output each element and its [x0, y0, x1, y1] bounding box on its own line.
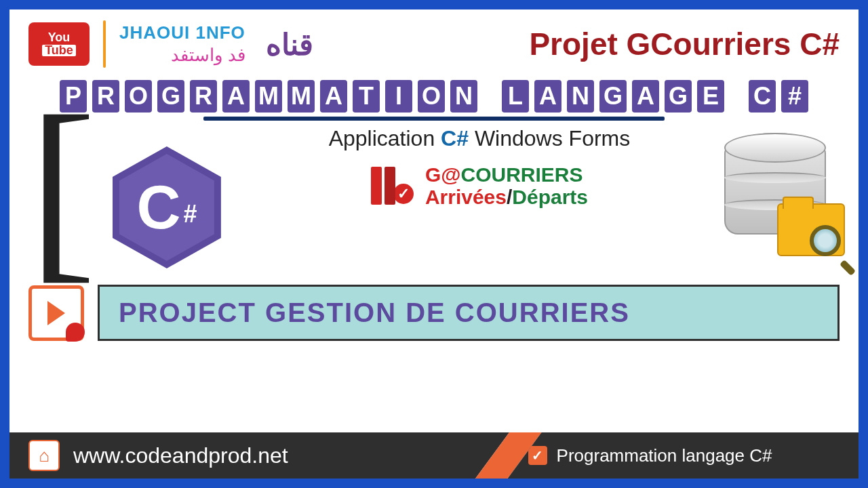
main-title: Projet GCourriers C# — [529, 26, 840, 62]
project-banner: PROJECT GESTION DE COURRIERS — [98, 285, 840, 341]
footer-right: ✓ Programmation langage C# — [508, 432, 859, 479]
books-check-icon: ✓ — [371, 165, 416, 206]
footer-left: ⌂ www.codeandprod.net — [9, 432, 509, 479]
letter-block: O — [418, 80, 445, 113]
letter-block: G — [665, 80, 692, 113]
footer-tag: Programmation langage C# — [557, 445, 772, 466]
cursor-hand-icon — [66, 323, 85, 342]
letter-block: M — [255, 80, 282, 113]
youtube-text-top: You — [48, 32, 71, 43]
letter-blocks-row: PROGRAMMATIONLANGAGEC# — [23, 80, 845, 113]
thumbnail-frame: You Tube JHAOUI 1NFO فد واستفد قناه Proj… — [0, 0, 868, 488]
letter-block: M — [288, 80, 315, 113]
banner-row: PROJECT GESTION DE COURRIERS — [28, 285, 840, 341]
letter-block: A — [320, 80, 347, 113]
arabic-channel-label: قناه — [266, 27, 313, 62]
gcourriers-block: ✓ G@COURRIERS Arrivées/Départs — [371, 163, 588, 208]
letter-block: A — [534, 80, 561, 113]
letter-block: T — [353, 80, 380, 113]
youtube-text-bottom: Tube — [42, 45, 76, 56]
vertical-divider — [103, 20, 106, 68]
database-search-icon — [724, 133, 840, 262]
brand-block: JHAOUI 1NFO فد واستفد — [119, 22, 245, 66]
header-row: You Tube JHAOUI 1NFO فد واستفد قناه Proj… — [9, 9, 859, 75]
youtube-icon: You Tube — [28, 22, 90, 66]
letter-block: A — [222, 80, 250, 113]
letter-block: R — [190, 80, 217, 113]
letter-block: I — [385, 80, 412, 113]
subtitle: Application C# Windows Forms — [329, 126, 631, 151]
letter-block: G — [157, 80, 184, 113]
website-url: www.codeandprod.net — [73, 443, 288, 468]
title-underline — [203, 117, 665, 121]
letter-block: # — [781, 80, 808, 113]
letter-block: O — [125, 80, 152, 113]
brand-arabic: فد واستفد — [119, 45, 245, 66]
letter-block: R — [92, 80, 119, 113]
letter-block: E — [697, 80, 724, 113]
brand-name: JHAOUI 1NFO — [119, 22, 245, 43]
home-icon: ⌂ — [28, 440, 60, 471]
checkbox-icon: ✓ — [528, 446, 547, 465]
letter-block — [483, 80, 496, 113]
csharp-logo-icon: C# — [113, 146, 235, 268]
center-column: Application C# Windows Forms ✓ G@COURRIE… — [251, 126, 708, 208]
letter-block: N — [567, 80, 594, 113]
letter-block — [730, 80, 743, 113]
middle-row: [ C# Application C# Windows Forms ✓ G@CO… — [9, 126, 859, 268]
letter-block: C — [749, 80, 776, 113]
bracket-icon: [ — [28, 106, 96, 268]
letter-block: N — [450, 80, 477, 113]
letter-block: A — [632, 80, 659, 113]
magnifier-icon — [810, 225, 850, 266]
gcourriers-text: G@COURRIERS Arrivées/Départs — [425, 163, 588, 208]
letter-block: G — [599, 80, 627, 113]
letter-block: L — [502, 80, 529, 113]
play-video-icon — [28, 285, 84, 341]
footer-bar: ⌂ www.codeandprod.net ✓ Programmation la… — [9, 432, 859, 479]
